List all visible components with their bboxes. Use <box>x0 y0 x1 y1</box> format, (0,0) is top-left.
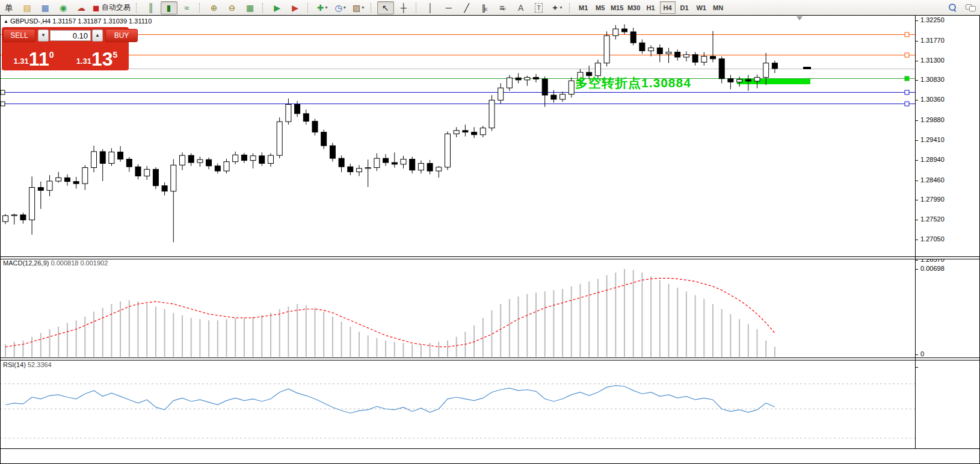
y-tick <box>916 61 918 61</box>
line-handle[interactable] <box>905 32 909 37</box>
candle <box>392 162 397 164</box>
text-label-icon[interactable]: T <box>531 1 547 14</box>
autoscroll-icon[interactable]: ▶ <box>269 1 286 14</box>
fibonacci-icon[interactable]: ≡F <box>495 1 511 14</box>
y-tick-label: 1.28940 <box>920 156 945 163</box>
arrows-icon[interactable]: ✦▾ <box>549 1 566 14</box>
turning-point-annotation[interactable]: 多空转折点1.30884 <box>575 75 691 91</box>
chart-title: ▲ GBPUSD-,H4 1.31157 1.31187 1.31039 1.3… <box>4 17 152 25</box>
rsi-pane[interactable] <box>0 360 915 448</box>
volume-increase-button[interactable]: ▲ <box>92 29 103 42</box>
line-handle[interactable] <box>905 102 909 106</box>
line-handle[interactable] <box>1 102 5 106</box>
toolbar-separator <box>136 3 140 13</box>
sell-price-prefix: 1.31 <box>14 57 29 66</box>
candle <box>348 167 353 172</box>
main-chart[interactable] <box>0 16 915 256</box>
pane-separator[interactable] <box>0 357 980 360</box>
signals-icon[interactable]: ◉ <box>55 1 72 14</box>
vertical-line-icon[interactable]: │ <box>422 1 439 14</box>
charts-journal-icon: ▤ <box>23 4 31 12</box>
line-handle[interactable] <box>1 90 5 94</box>
volume-decrease-button[interactable]: ▼ <box>38 29 49 42</box>
bar-chart-icon[interactable]: ║ <box>143 1 159 14</box>
line-handle[interactable] <box>905 76 909 81</box>
y-tick <box>916 200 918 200</box>
candle <box>719 59 724 79</box>
y-tick <box>916 269 918 270</box>
candle <box>135 167 141 176</box>
candle <box>197 159 203 162</box>
autotrading-button[interactable]: ◼自动交易 <box>91 1 132 14</box>
candle <box>489 100 495 128</box>
line-handle[interactable] <box>905 90 909 94</box>
y-tick-label: 1.32250 <box>920 16 945 23</box>
y-tick <box>916 140 918 141</box>
candlestick-chart-icon[interactable]: ▮ <box>161 1 177 14</box>
candle <box>507 78 512 88</box>
timeframe-d1[interactable]: D1 <box>677 1 692 14</box>
symbol-period-label: GBPUSD-,H4 <box>10 17 51 25</box>
candle <box>754 78 760 81</box>
terminal-window-icon: ▦ <box>41 4 49 12</box>
timeframe-m5[interactable]: M5 <box>593 1 608 14</box>
chart-shift-marker[interactable] <box>797 16 803 20</box>
zoom-in-icon: ⊕ <box>211 4 218 12</box>
candle <box>20 215 26 220</box>
zoom-in-icon[interactable]: ⊕ <box>206 1 223 14</box>
candle <box>206 159 212 166</box>
sell-price-tile[interactable]: 1.31110 <box>3 44 64 69</box>
timeframe-h4[interactable]: H4 <box>660 1 676 14</box>
equidistant-channel-icon[interactable]: ∥E <box>476 1 493 14</box>
indicators-button: ✚ <box>317 4 324 12</box>
price-axis[interactable]: 1.322501.317701.313001.308301.303601.298… <box>916 15 980 449</box>
toolbar-right <box>949 4 975 11</box>
buy-button[interactable]: BUY <box>105 29 138 42</box>
buy-price-tile[interactable]: 1.31135 <box>66 44 128 69</box>
sell-button[interactable]: SELL <box>3 29 35 42</box>
buy-price-prefix: 1.31 <box>76 57 91 66</box>
terminal-window-icon[interactable]: ▦ <box>37 1 54 14</box>
zoom-out-icon[interactable]: ⊖ <box>224 1 241 14</box>
charts-journal-icon[interactable]: ▤ <box>19 1 35 14</box>
new-order-button[interactable]: 单 <box>1 1 17 14</box>
horizontal-line-icon[interactable]: ─ <box>440 1 457 14</box>
timeframe-m1[interactable]: M1 <box>576 1 591 14</box>
market-cloud-icon[interactable]: ☁ <box>73 1 90 14</box>
chart-shift-icon[interactable]: ▶ <box>287 1 304 14</box>
cursor-icon[interactable]: ↖ <box>377 1 394 14</box>
timeframe-m15[interactable]: M15 <box>609 1 625 14</box>
timeframe-w1[interactable]: W1 <box>694 1 709 14</box>
time-axis[interactable] <box>0 449 980 464</box>
pane-separator[interactable] <box>0 256 980 259</box>
macd-indicator-label: MACD(12,26,9) 0.000818 0.001902 <box>3 259 108 267</box>
candle <box>560 94 566 99</box>
candle <box>339 158 344 167</box>
timeframe-h1[interactable]: H1 <box>643 1 659 14</box>
tile-windows-icon[interactable]: ▦ <box>242 1 259 14</box>
macd-pane[interactable] <box>0 258 915 357</box>
candle <box>215 166 220 171</box>
timeframe-m30[interactable]: M30 <box>626 1 642 14</box>
crosshair-icon[interactable]: ┼ <box>395 1 412 14</box>
zoom-out-icon: ⊖ <box>229 4 236 12</box>
text-icon[interactable]: A <box>513 1 529 14</box>
volume-input[interactable] <box>50 30 91 41</box>
line-chart-icon[interactable]: ≈ <box>179 1 196 14</box>
trendline-icon[interactable]: ╱ <box>458 1 475 14</box>
line-handle[interactable] <box>905 53 909 57</box>
candle <box>241 155 247 160</box>
candle <box>728 79 733 82</box>
templates-button[interactable]: ▨▾ <box>350 1 367 14</box>
candle <box>436 167 442 171</box>
search-icon[interactable] <box>949 4 956 11</box>
timeframe-mn[interactable]: MN <box>710 1 726 14</box>
horizontal-line-icon: ─ <box>446 4 452 12</box>
periods-button[interactable]: ◷▾ <box>332 1 349 14</box>
candle <box>657 48 662 54</box>
chat-icon[interactable] <box>966 4 975 11</box>
candle <box>454 131 459 134</box>
indicators-button[interactable]: ✚▾ <box>314 1 331 14</box>
candle <box>321 132 327 146</box>
candle <box>675 52 680 57</box>
